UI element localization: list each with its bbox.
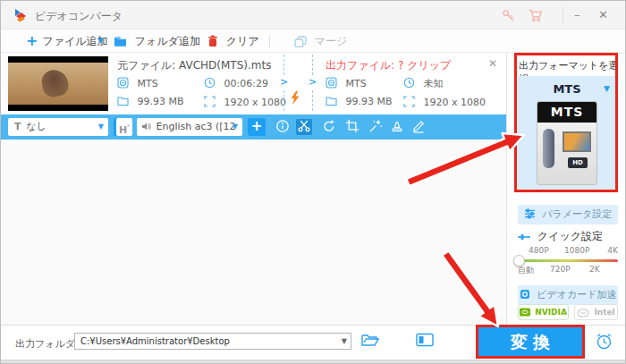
output-info: 出力ファイル: ? クリップ MTS 未知 99.93 MB 1920 x 10… <box>326 53 486 114</box>
schedule-alarm-icon[interactable] <box>595 332 613 353</box>
minimize-button[interactable]: – <box>574 8 580 21</box>
add-audio-button[interactable]: + <box>248 118 266 136</box>
audio-track-select[interactable]: English ac3 ([12 ▼ <box>137 118 242 136</box>
remove-clip-icon[interactable]: ✕ <box>488 57 497 70</box>
close-button[interactable]: ✕ <box>598 8 608 21</box>
toolbar-separator <box>269 34 270 48</box>
clear-button[interactable]: クリア <box>207 30 259 53</box>
quick-settings-label: クイック設定 <box>518 229 603 244</box>
output-format: MTS <box>326 77 367 89</box>
slider-top-labels: 480P 1080P 4K <box>518 246 618 255</box>
titlebar-separator <box>563 7 563 23</box>
camcorder-screen <box>563 131 591 152</box>
app-window: ビデオコンバータ – ✕ +ファイル追加 ▼ フォルダ追加 クリア <box>0 0 626 364</box>
format-card-label: MTS <box>537 102 596 123</box>
output-path-input[interactable]: C:¥Users¥Administrator¥Desktop ▼ <box>74 333 351 350</box>
output-folder-label: 出力フォルダ: <box>15 337 79 351</box>
merge-button[interactable]: マージ <box>294 30 347 53</box>
add-folder-button[interactable]: フォルダ追加 <box>114 30 200 53</box>
window-title: ビデオコンバータ <box>35 9 123 24</box>
bottom-bar: 出力フォルダ: C:¥Users¥Administrator¥Desktop ▼… <box>1 325 625 360</box>
info-icon[interactable] <box>275 119 291 135</box>
output-file-title: 出力ファイル: ? クリップ <box>326 58 451 73</box>
title-bar: ビデオコンバータ – ✕ <box>1 1 625 30</box>
hd-badge: HD <box>568 157 588 168</box>
main-toolbar: +ファイル追加 ▼ フォルダ追加 クリア マージ <box>1 30 625 53</box>
subtitle-icon: T <box>14 121 21 132</box>
add-file-button[interactable]: +ファイル追加 <box>26 30 108 53</box>
add-file-dropdown-arrow-icon[interactable]: ▼ <box>97 30 103 53</box>
chevron-down-icon: ▼ <box>233 118 238 136</box>
output-size: 99.93 MB <box>326 96 393 107</box>
window-bottom-edge <box>1 360 625 364</box>
convert-button[interactable]: 変換 <box>476 325 585 359</box>
gpu-icon <box>520 289 530 300</box>
chevron-down-icon: ▼ <box>98 118 104 136</box>
source-resolution: 1920 x 1080 <box>204 96 286 108</box>
format-camcorder-icon: MTS HD <box>537 101 597 185</box>
format-name: MTS <box>518 82 616 96</box>
hardcode-subtitle-button[interactable]: H° <box>116 118 132 136</box>
clock-icon <box>403 77 415 89</box>
merge-icon <box>294 36 307 47</box>
source-file-title: 元ファイル: AVCHD(MTS).mts <box>117 58 271 73</box>
nvidia-logo-icon <box>520 307 530 317</box>
lightning-icon <box>289 90 301 108</box>
output-duration: 未知 <box>403 77 444 90</box>
clip-row[interactable]: 元ファイル: AVCHD(MTS).mts MTS 00:06:29 99.93… <box>1 53 506 114</box>
watermark-stamp-icon[interactable] <box>389 119 405 135</box>
source-duration: 00:06:29 <box>204 77 268 89</box>
resolution-slider-track[interactable] <box>518 259 618 262</box>
crop-icon[interactable] <box>344 119 360 135</box>
effects-wand-icon[interactable] <box>368 119 384 135</box>
camcorder-lens <box>543 129 554 168</box>
rotate-icon[interactable] <box>321 119 337 135</box>
parameter-settings-button[interactable]: パラメータ設定 <box>518 205 618 224</box>
nvidia-badge[interactable]: NVIDIA <box>518 304 569 320</box>
slider-bottom-labels: 自動 720P 2K <box>518 265 618 274</box>
format-selector[interactable]: MTS ▼ MTS HD <box>518 76 616 190</box>
file-size-icon <box>326 96 337 106</box>
app-logo-icon <box>13 8 28 22</box>
output-resolution: 1920 x 1080 <box>403 96 486 108</box>
speaker-icon <box>141 122 151 131</box>
subtitle-select[interactable]: Tなし ▼ <box>8 118 108 136</box>
chevron-right-icon: > <box>309 76 317 89</box>
file-size-icon <box>117 96 129 106</box>
format-icon <box>326 77 337 89</box>
gpu-acceleration-button[interactable]: ビデオカード加速 <box>518 285 618 305</box>
resolution-icon <box>403 96 415 107</box>
source-info: 元ファイル: AVCHD(MTS).mts MTS 00:06:29 99.93… <box>117 53 278 114</box>
clip-list-empty-area <box>1 140 506 325</box>
edit-toolbar: Tなし ▼ + H° English ac3 ([12 ▼ + <box>1 114 506 140</box>
cut-scissors-icon[interactable] <box>296 119 312 135</box>
video-thumbnail[interactable] <box>8 56 108 111</box>
format-icon <box>117 77 129 89</box>
chevron-right-icon: > <box>280 76 288 89</box>
trash-icon <box>207 35 218 47</box>
output-sidebar: 出力フォーマットを選択 MTS ▼ MTS HD パラメータ設定 クイック設定 … <box>506 53 626 325</box>
locate-output-file-icon[interactable] <box>416 333 434 350</box>
source-size: 99.93 MB <box>117 96 184 107</box>
chevron-down-icon[interactable]: ▼ <box>604 84 610 93</box>
source-format: MTS <box>117 77 158 89</box>
plus-icon: + <box>26 32 38 49</box>
folder-plus-icon <box>114 36 127 47</box>
thumbnail-image <box>8 63 108 105</box>
resolution-icon <box>204 96 216 107</box>
sliders-icon <box>524 208 536 219</box>
browse-folder-icon[interactable] <box>361 333 379 350</box>
buy-cart-icon[interactable] <box>529 9 543 23</box>
intel-badge[interactable]: Intel <box>574 304 618 320</box>
register-key-icon[interactable] <box>502 9 516 23</box>
slider-icon <box>518 233 530 241</box>
intel-logo-icon <box>577 309 589 317</box>
chevron-down-icon[interactable]: ▼ <box>342 334 347 349</box>
edit-pen-icon[interactable] <box>410 119 427 135</box>
clock-icon <box>204 77 216 89</box>
